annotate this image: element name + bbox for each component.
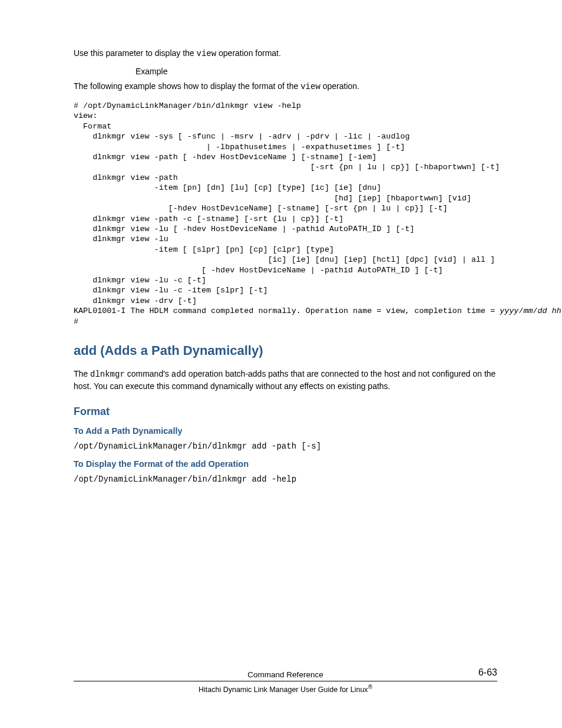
code-block-view-help: # /opt/DynamicLinkManager/bin/dlnkmgr vi… <box>74 101 497 327</box>
text: The <box>74 369 90 378</box>
example-text: The following example shows how to displ… <box>74 80 497 93</box>
page-number: 6-63 <box>478 667 497 678</box>
page-footer: Command Reference 6-63 Hitachi Dynamic L… <box>74 669 497 694</box>
inline-code: add <box>171 370 186 379</box>
command-add-help: /opt/DynamicLinkManager/bin/dlnkmgr add … <box>74 475 497 484</box>
example-label: Example <box>135 65 497 77</box>
heading-add-help: To Display the Format of the add Operati… <box>74 459 497 469</box>
text: Hitachi Dynamic Link Manager User Guide … <box>199 686 368 694</box>
heading-add-path: To Add a Path Dynamically <box>74 426 497 436</box>
footer-doc-title: Hitachi Dynamic Link Manager User Guide … <box>74 684 497 694</box>
registered-mark: ® <box>368 684 372 690</box>
text: operation format. <box>216 48 281 58</box>
text: command's <box>125 369 171 378</box>
footer-section-title: Command Reference <box>247 669 323 681</box>
text: The following example shows how to displ… <box>74 81 300 91</box>
inline-code: dlnkmgr <box>90 370 125 379</box>
inline-code: view <box>300 82 320 91</box>
param-description: Use this parameter to display the view o… <box>74 47 497 60</box>
heading-format: Format <box>74 406 497 418</box>
command-add-path: /opt/DynamicLinkManager/bin/dlnkmgr add … <box>74 442 497 451</box>
add-description: The dlnkmgr command's add operation batc… <box>74 368 497 393</box>
text: Use this parameter to display the <box>74 48 197 58</box>
inline-code: view <box>197 49 217 58</box>
footer-divider <box>74 681 497 681</box>
heading-add: add (Adds a Path Dynamically) <box>74 343 497 358</box>
text: operation. <box>320 81 359 91</box>
